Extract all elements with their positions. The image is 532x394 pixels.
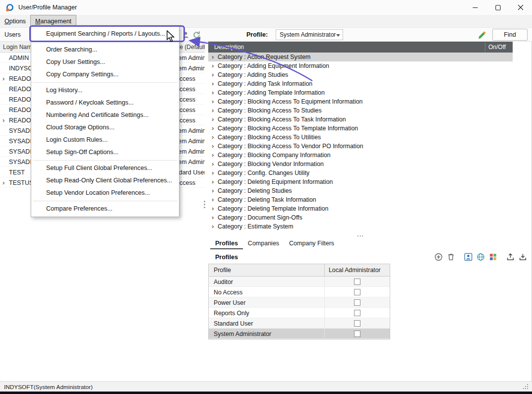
refresh-icon[interactable]: [192, 31, 201, 39]
tab-strip: Profiles Companies Company Filters: [210, 238, 339, 249]
menu-item-compare-preferences[interactable]: Compare Preferences...: [31, 203, 179, 215]
profile-row-selected[interactable]: System Administrator: [209, 329, 390, 339]
rights-row[interactable]: Category : Blocking Vendor Information: [208, 160, 513, 169]
local-admin-checkbox[interactable]: [354, 320, 360, 327]
column-header-profile[interactable]: Profile: [209, 264, 325, 276]
profiles-table: Profile Local Administrator Auditor No A…: [208, 264, 390, 339]
resize-grip[interactable]: [522, 383, 529, 390]
users-label: Users: [4, 31, 21, 38]
mouse-cursor-icon: [167, 30, 177, 43]
column-header-login-name[interactable]: Login Name: [3, 44, 35, 51]
local-admin-checkbox[interactable]: [354, 279, 360, 285]
menu-item-order-searching[interactable]: Order Searching...: [31, 44, 179, 56]
rights-row[interactable]: Category : Adding Equipment Information: [208, 61, 513, 70]
expand-chevron-icon[interactable]: ›: [2, 178, 4, 187]
close-icon: [518, 4, 524, 10]
rights-row[interactable]: Category : Action Request System: [208, 53, 513, 61]
rights-row[interactable]: Category : Adding Studies: [208, 70, 513, 79]
menu-item-password-keycloak-settings[interactable]: Password / Keycloak Settings...: [31, 97, 179, 109]
minimize-button[interactable]: [464, 0, 486, 15]
globe-button[interactable]: [476, 253, 485, 261]
close-button[interactable]: [509, 0, 532, 15]
local-admin-checkbox[interactable]: [354, 289, 360, 295]
menu-item-setup-read-only-client-global-preferences[interactable]: Setup Read-Only Client Global Preference…: [31, 174, 179, 187]
chevron-down-icon: [336, 34, 340, 37]
profile-combobox-value: System Administrator: [280, 31, 336, 38]
menu-separator: [33, 201, 177, 201]
menu-item-setup-full-client-global-preferences[interactable]: Setup Full Client Global Preferences...: [31, 162, 179, 174]
rights-row[interactable]: Category : Config. Changes Utility: [208, 169, 513, 177]
profile-row[interactable]: Reports Only: [209, 308, 390, 318]
maximize-button[interactable]: [486, 0, 509, 15]
rights-row[interactable]: Category : Blocking Access To Vendor PO …: [208, 142, 513, 151]
local-admin-checkbox[interactable]: [354, 310, 360, 316]
menu-item-cloud-storage-options[interactable]: Cloud Storage Options...: [31, 121, 179, 134]
tab-profiles[interactable]: Profiles: [210, 238, 243, 249]
rights-row[interactable]: Category : Deleting Task Information: [208, 195, 513, 204]
menu-item-numbering-and-certificate-settings[interactable]: Numbering And Certificate Settings...: [31, 109, 179, 121]
expand-chevron-icon[interactable]: ›: [2, 74, 4, 83]
rights-row[interactable]: Category : Blocking Access To Task Infor…: [208, 115, 513, 124]
rights-row[interactable]: Category : Deleting Studies: [208, 186, 513, 195]
taskbar-strip: [0, 392, 532, 394]
profile-row[interactable]: Power User: [209, 297, 390, 308]
window-title: User/Profile Manager: [18, 4, 77, 11]
column-header-local-administrator[interactable]: Local Administrator: [325, 264, 390, 276]
rights-row[interactable]: Category : Deleting Equipment Informatio…: [208, 177, 513, 186]
management-menu: Equipment Searching / Reports / Layouts.…: [31, 26, 179, 217]
menu-item-log-history[interactable]: Log History...: [31, 84, 179, 97]
rights-row[interactable]: Category : Deleting Template Information: [208, 204, 513, 213]
menubar-item-options[interactable]: Options: [0, 15, 30, 27]
menu-separator: [33, 82, 177, 83]
menu-item-copy-user-settings[interactable]: Copy User Settings...: [31, 56, 179, 68]
menu-item-login-custom-rules[interactable]: Login Custom Rules...: [31, 134, 179, 146]
color-grid-button[interactable]: [489, 253, 497, 261]
rights-row[interactable]: Category : Adding Template Information: [208, 88, 513, 97]
profile-combobox[interactable]: System Administrator: [276, 29, 343, 40]
rights-row[interactable]: Category : Blocking Company Information: [208, 151, 513, 160]
menu-item-copy-company-settings[interactable]: Copy Company Settings...: [31, 68, 179, 81]
rights-row[interactable]: Category : Blocking Access To Template I…: [208, 124, 513, 133]
local-admin-checkbox[interactable]: [354, 331, 360, 337]
app-icon: [5, 3, 14, 12]
column-header-onoff[interactable]: On/Off: [488, 44, 506, 51]
profile-row[interactable]: Standard User: [209, 318, 390, 329]
statusbar-text: INDYSOFT(System Administrator): [4, 384, 93, 391]
rights-row[interactable]: Category : Blocking Access To Studies: [208, 106, 513, 115]
rights-row[interactable]: Category : Document Sign-Offs: [208, 213, 513, 222]
delete-button[interactable]: [447, 253, 455, 261]
column-header-description[interactable]: Description: [214, 44, 244, 51]
profiles-panel-title: Profiles: [215, 254, 238, 261]
edit-pencil-icon[interactable]: [477, 30, 487, 39]
maximize-icon: [495, 5, 501, 10]
export-button[interactable]: [506, 253, 515, 261]
rights-grid-header: Description On/Off: [208, 42, 513, 53]
rights-grid: Description On/Off Category : Action Req…: [208, 42, 513, 239]
menu-item-setup-sign-off-captions[interactable]: Setup Sign-Off Captions...: [31, 146, 179, 159]
rights-row[interactable]: Category : Adding Task Information: [208, 79, 513, 88]
tab-company-filters[interactable]: Company Filters: [284, 238, 339, 249]
menu-separator: [33, 160, 177, 161]
profile-row[interactable]: Auditor: [209, 277, 390, 287]
splitter-handle[interactable]: [203, 199, 206, 210]
profile-label: Profile:: [246, 31, 268, 38]
highlight-box: [29, 25, 185, 42]
minimize-icon: [473, 5, 478, 10]
local-admin-checkbox[interactable]: [354, 299, 360, 306]
tab-companies[interactable]: Companies: [243, 238, 284, 249]
add-button[interactable]: [434, 253, 443, 261]
rights-row[interactable]: Category : Blocking Access To Equipment …: [208, 97, 513, 106]
statusbar: INDYSOFT(System Administrator): [0, 381, 532, 392]
import-button[interactable]: [519, 253, 527, 261]
user-card-button[interactable]: [464, 253, 473, 261]
rights-row[interactable]: Category : Estimate System: [208, 222, 513, 231]
menu-item-setup-vendor-location-preferences[interactable]: Setup Vendor Location Preferences...: [31, 187, 179, 199]
user-profile-manager-window: User/Profile Manager Options Management …: [0, 0, 532, 394]
expand-chevron-icon[interactable]: ›: [2, 116, 4, 124]
find-button[interactable]: Find: [492, 29, 528, 41]
titlebar: User/Profile Manager: [0, 0, 532, 15]
profiles-table-header: Profile Local Administrator: [209, 264, 390, 277]
rights-row[interactable]: Category : Blocking Access To Utilities: [208, 133, 513, 142]
profile-row[interactable]: No Access: [209, 287, 390, 297]
